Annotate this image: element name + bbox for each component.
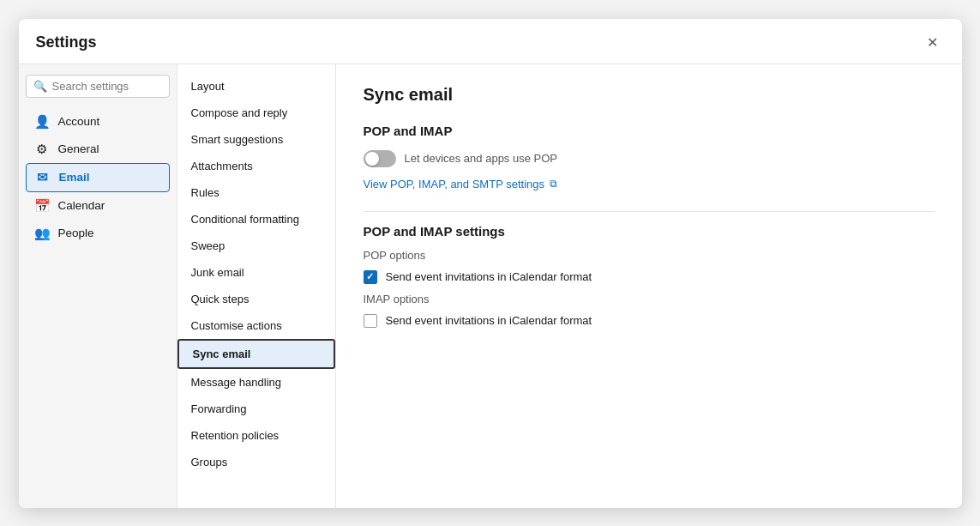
search-icon: 🔍: [33, 80, 47, 93]
mid-nav: LayoutCompose and replySmart suggestions…: [177, 73, 335, 475]
pop-checkbox-label: Send event invitations in iCalendar form…: [386, 270, 592, 283]
toggle-row: Let devices and apps use POP: [364, 150, 935, 167]
sidebar-item-label-account: Account: [58, 115, 100, 128]
mid-item-sweep[interactable]: Sweep: [177, 233, 335, 259]
mid-item-junk-email[interactable]: Junk email: [177, 259, 335, 286]
sidebar-item-label-general: General: [58, 142, 99, 155]
main-content: Sync email POP and IMAP Let devices and …: [336, 64, 962, 508]
toggle-label: Let devices and apps use POP: [405, 152, 558, 165]
mid-panel: LayoutCompose and replySmart suggestions…: [177, 64, 336, 508]
mid-item-layout[interactable]: Layout: [177, 73, 335, 100]
settings-window: Settings ✕ 🔍 👤 Account⚙ General✉ Email📅 …: [19, 19, 962, 508]
external-link-icon: ⧉: [550, 178, 557, 190]
search-box[interactable]: 🔍: [26, 75, 170, 98]
account-icon: 👤: [34, 114, 50, 130]
general-icon: ⚙: [34, 142, 50, 157]
link-row: View POP, IMAP, and SMTP settings ⧉: [364, 178, 935, 190]
imap-checkbox-label: Send event invitations in iCalendar form…: [386, 314, 592, 327]
people-icon: 👥: [34, 226, 50, 241]
calendar-icon: 📅: [34, 198, 50, 214]
window-header: Settings ✕: [19, 19, 962, 64]
window-title: Settings: [36, 33, 97, 51]
mid-item-message-handling[interactable]: Message handling: [177, 369, 335, 396]
view-pop-imap-link[interactable]: View POP, IMAP, and SMTP settings: [364, 178, 544, 190]
mid-item-smart-suggestions[interactable]: Smart suggestions: [177, 126, 335, 153]
sidebar-item-label-people: People: [58, 227, 94, 239]
page-title: Sync email: [364, 85, 935, 105]
sidebar-item-label-calendar: Calendar: [58, 199, 105, 212]
toggle-knob: [365, 152, 379, 166]
email-icon: ✉: [35, 170, 51, 185]
pop-options-label: POP options: [364, 249, 935, 262]
mid-item-attachments[interactable]: Attachments: [177, 153, 335, 179]
imap-options-label: IMAP options: [364, 293, 935, 305]
pop-checkbox[interactable]: [364, 270, 377, 284]
mid-item-rules[interactable]: Rules: [177, 179, 335, 206]
sidebar-item-general[interactable]: ⚙ General: [26, 136, 170, 163]
window-body: 🔍 👤 Account⚙ General✉ Email📅 Calendar👥 P…: [19, 64, 962, 508]
search-input[interactable]: [52, 80, 162, 93]
imap-checkbox-row: Send event invitations in iCalendar form…: [364, 314, 935, 328]
sidebar-item-people[interactable]: 👥 People: [26, 220, 170, 247]
pop-imap-settings-title: POP and IMAP settings: [364, 224, 935, 239]
sidebar-item-account[interactable]: 👤 Account: [26, 108, 170, 136]
sidebar-item-calendar[interactable]: 📅 Calendar: [26, 192, 170, 220]
section-divider: [364, 211, 935, 212]
sidebar-item-email[interactable]: ✉ Email: [26, 163, 170, 192]
pop-imap-section-title: POP and IMAP: [364, 124, 935, 138]
mid-item-groups[interactable]: Groups: [177, 449, 335, 475]
mid-item-compose-reply[interactable]: Compose and reply: [177, 100, 335, 126]
sidebar-nav: 👤 Account⚙ General✉ Email📅 Calendar👥 Peo…: [26, 108, 170, 247]
mid-item-quick-steps[interactable]: Quick steps: [177, 286, 335, 312]
pop-toggle[interactable]: [364, 150, 396, 167]
mid-item-customise-actions[interactable]: Customise actions: [177, 312, 335, 339]
mid-item-conditional-formatting[interactable]: Conditional formatting: [177, 206, 335, 233]
mid-item-sync-email[interactable]: Sync email: [177, 339, 335, 369]
imap-checkbox[interactable]: [364, 314, 377, 328]
mid-item-forwarding[interactable]: Forwarding: [177, 396, 335, 422]
sidebar: 🔍 👤 Account⚙ General✉ Email📅 Calendar👥 P…: [19, 64, 177, 508]
close-button[interactable]: ✕: [921, 31, 945, 55]
pop-checkbox-row: Send event invitations in iCalendar form…: [364, 270, 935, 284]
mid-item-retention-policies[interactable]: Retention policies: [177, 422, 335, 449]
sidebar-item-label-email: Email: [59, 171, 90, 184]
